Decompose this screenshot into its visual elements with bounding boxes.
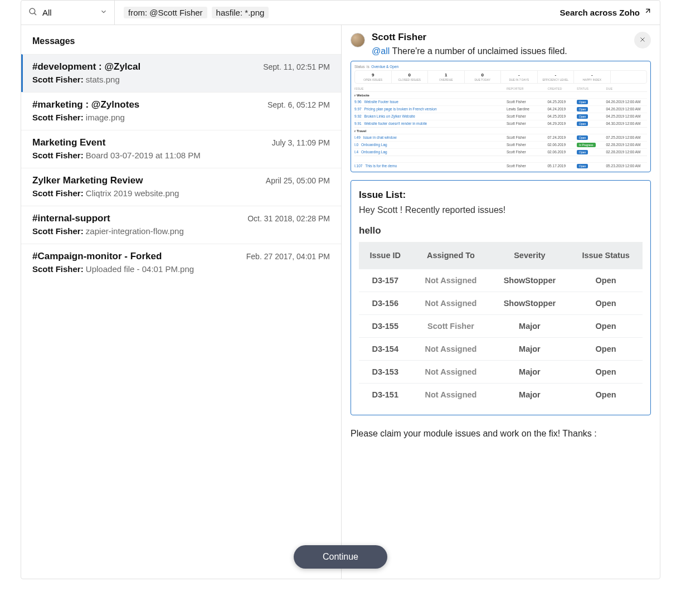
cell-assigned: Not Assigned [411,360,490,383]
search-icon [28,7,38,19]
mini-stat: -EFFICIENCY LEVEL [538,71,575,83]
preview-message-body: @all There're a number of unclaimed issu… [372,46,628,56]
search-header: All from: @Scott Fisher hasfile: *.png S… [21,1,660,25]
search-filters[interactable]: from: @Scott Fisher hasfile: *.png [115,7,551,18]
message-time: Oct. 31 2018, 02:28 PM [247,214,330,223]
mini-stat: 9OPEN ISSUES [355,71,392,83]
cell-severity: ShowStopper [490,292,570,314]
message-title: #internal-support [32,213,110,224]
svg-line-1 [34,13,36,15]
mini-group-1: r Website [354,91,647,98]
mini-row: I.107 This is for the demo Scott Fisher … [354,162,647,169]
mini-row: I.0 Onboarding Lag Scott Fisher 02.06.20… [354,141,647,148]
mini-row: 9.91 Website footer doesn't render in mo… [354,120,647,127]
cell-issue-id: D3-157 [359,269,411,292]
issue-th: Assigned To [411,242,490,269]
message-time: April 25, 05:00 PM [266,176,330,185]
cell-status: Open [569,360,643,383]
close-icon [639,35,646,45]
search-pill-from[interactable]: from: @Scott Fisher [124,7,207,18]
message-time: Sept. 6, 05:12 PM [267,100,330,109]
mini-stat: 0CLOSED ISSUES [392,71,429,83]
mini-stat: -HAPPY INDEX [574,71,611,83]
mention[interactable]: @all [372,46,390,56]
cell-assigned: Not Assigned [411,337,490,360]
table-row: D3-157 Not Assigned ShowStopper Open [359,269,643,292]
continue-button[interactable]: Continue [294,545,387,569]
cell-issue-id: D3-153 [359,360,411,383]
popout-icon [643,8,651,17]
messages-pane: Messages #development : @Zylcal Sept. 11… [21,25,342,579]
cell-severity: Major [490,383,570,406]
mini-stat: 1OVERDUE [428,71,465,83]
message-sender: Scott Fisher: [32,188,84,198]
issue-card-title: Issue List: [359,190,643,201]
message-file: Uploaded file - 04:01 PM.png [86,264,194,274]
close-button[interactable] [634,32,651,48]
message-file: zapier-integration-flow.png [86,226,184,236]
message-time: Sept. 11, 02:51 PM [263,62,330,71]
cell-status: Open [569,383,643,406]
table-row: D3-156 Not Assigned ShowStopper Open [359,292,643,314]
preview-sender-name: Scott Fisher [372,32,628,43]
mini-row: I.49 Issue in chat window Scott Fisher 0… [354,134,647,141]
search-scope-label: All [42,8,95,17]
mini-breadcrumb: Status is Overdue & Open [354,65,647,69]
cell-severity: Major [490,337,570,360]
svg-point-0 [30,8,35,14]
issue-card-subtitle: Hey Scott ! Recently reported issues! [359,205,643,215]
cell-severity: Major [490,360,570,383]
message-sender: Scott Fisher: [32,151,84,160]
cell-status: Open [569,292,643,314]
message-title: #marketing : @Zylnotes [32,99,139,110]
message-file: Cliqtrix 2019 website.png [86,188,179,198]
table-row: D3-153 Not Assigned Major Open [359,360,643,383]
mini-stats-row: 9OPEN ISSUES0CLOSED ISSUES1OVERDUE0DUE T… [354,70,647,84]
message-preview-pane: Scott Fisher @all There're a number of u… [342,25,660,579]
issue-th: Severity [490,242,570,269]
issue-th: Issue Status [569,242,643,269]
mini-stat: -DUE IN 7 DAYS [501,71,538,83]
message-title: #development : @Zylcal [32,61,140,72]
search-across-label: Search across Zoho [560,8,640,17]
mini-row: 9.96 Website Footer Issue Scott Fisher 0… [354,98,647,105]
issue-list-card: Issue List: Hey Scott ! Recently reporte… [351,180,651,415]
message-title: Zylker Marketing Review [32,175,143,186]
messages-section-header: Messages [21,25,341,54]
preview-message-text: There're a number of unclaimed issues fi… [392,46,567,56]
search-scope-dropdown[interactable]: All [21,1,115,25]
message-title: #Campaign-monitor - Forked [32,251,162,262]
closing-text: Please claim your module issues and work… [351,429,651,439]
message-item[interactable]: #marketing : @Zylnotes Sept. 6, 05:12 PM… [21,92,341,130]
attached-image-preview[interactable]: Status is Overdue & Open 9OPEN ISSUES0CL… [351,61,651,172]
mini-stat: 0DUE TODAY [465,71,502,83]
mini-row: I.4 Onboarding Lag Scott Fisher 02.06.20… [354,148,647,156]
cell-assigned: Not Assigned [411,292,490,314]
message-sender: Scott Fisher: [32,226,84,236]
cell-assigned: Not Assigned [411,383,490,406]
mini-table-header: ISSUE REPORTER CREATED STATUS DUE [354,86,647,91]
search-pill-hasfile[interactable]: hasfile: *.png [212,7,269,18]
table-row: D3-154 Not Assigned Major Open [359,337,643,360]
cell-issue-id: D3-154 [359,337,411,360]
message-item[interactable]: Zylker Marketing Review April 25, 05:00 … [21,168,341,206]
message-title: Marketing Event [32,137,105,148]
search-across-zoho-link[interactable]: Search across Zoho [551,8,660,17]
message-item[interactable]: #Campaign-monitor - Forked Feb. 27 2017,… [21,244,341,282]
cell-severity: ShowStopper [490,269,570,292]
message-item[interactable]: #internal-support Oct. 31 2018, 02:28 PM… [21,206,341,244]
table-row: D3-155 Scott Fisher Major Open [359,314,643,337]
cell-issue-id: D3-156 [359,292,411,314]
table-row: D3-151 Not Assigned Major Open [359,383,643,406]
issue-table: Issue IDAssigned ToSeverityIssue Status … [359,242,643,406]
message-sender: Scott Fisher: [32,264,84,274]
message-item[interactable]: #development : @Zylcal Sept. 11, 02:51 P… [21,54,341,92]
message-sender: Scott Fisher: [32,75,84,84]
message-item[interactable]: Marketing Event July 3, 11:09 PM Scott F… [21,130,341,168]
message-sender: Scott Fisher: [32,113,84,122]
cell-status: Open [569,314,643,337]
cell-status: Open [569,337,643,360]
issue-th: Issue ID [359,242,411,269]
cell-assigned: Scott Fisher [411,314,490,337]
message-time: Feb. 27 2017, 04:01 PM [246,252,330,261]
